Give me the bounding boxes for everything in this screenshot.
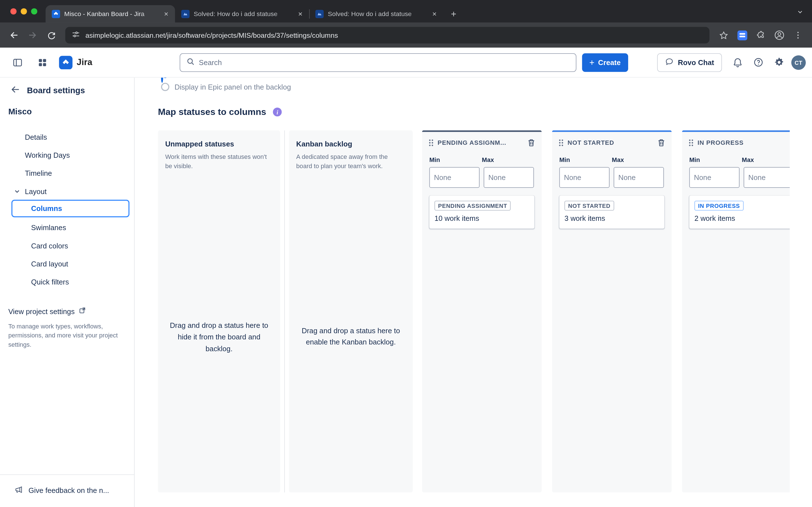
status-lozenge: IN PROGRESS — [695, 201, 744, 211]
min-input[interactable] — [429, 167, 479, 187]
tab-title: Solved: How do i add statuse — [328, 10, 426, 18]
app-switcher-icon[interactable] — [34, 54, 51, 71]
external-link-icon — [79, 307, 86, 316]
tab-community-1[interactable]: Solved: How do i add statuse ✕ — [175, 5, 309, 22]
tab-close-icon[interactable]: ✕ — [296, 9, 305, 18]
backlog-dropzone[interactable]: Drag and drop a status here to enable th… — [297, 325, 404, 348]
browser-profile-avatar[interactable] — [770, 26, 788, 44]
drag-handle-icon[interactable] — [688, 138, 693, 147]
min-input[interactable] — [559, 167, 610, 187]
browser-tabstrip: Misco - Kanban Board - Jira ✕ Solved: Ho… — [0, 0, 812, 23]
tab-title: Solved: How do i add statuse — [194, 10, 292, 18]
global-search[interactable] — [180, 53, 576, 72]
jira-favicon — [52, 10, 60, 18]
search-icon — [186, 57, 195, 68]
rovo-chat-button[interactable]: Rovo Chat — [657, 53, 722, 71]
min-input[interactable] — [689, 167, 740, 187]
max-input[interactable] — [614, 167, 664, 187]
minimize-window-button[interactable] — [20, 8, 27, 14]
chevron-down-icon — [13, 188, 21, 195]
create-button[interactable]: + Create — [582, 53, 628, 72]
status-lozenge: NOT STARTED — [564, 201, 614, 211]
tab-close-icon[interactable]: ✕ — [161, 9, 171, 18]
backlog-description: A dedicated space away from the board to… — [296, 152, 405, 171]
settings-gear-icon[interactable] — [770, 54, 787, 71]
reload-button[interactable] — [43, 26, 60, 44]
app-name: Jira — [77, 57, 93, 68]
sidebar-item-columns[interactable]: Columns — [11, 200, 130, 217]
max-input[interactable] — [484, 167, 534, 187]
new-tab-button[interactable]: + — [446, 7, 461, 21]
forward-button[interactable] — [24, 26, 41, 44]
zoom-window-button[interactable] — [31, 8, 37, 14]
max-label: Max — [612, 156, 664, 164]
browser-toolbar: asimplelogic.atlassian.net/jira/software… — [0, 23, 812, 48]
sidebar-item-card-colors[interactable]: Card colors — [0, 238, 130, 253]
bookmark-star-icon[interactable] — [715, 26, 732, 44]
epic-panel-radio-row[interactable]: Display in Epic panel on the backlog — [161, 83, 291, 91]
column-name[interactable]: NOT STARTED — [567, 139, 653, 147]
status-lozenge: PENDING ASSIGNMENT — [435, 201, 511, 211]
url-text[interactable]: asimplelogic.atlassian.net/jira/software… — [86, 31, 338, 39]
user-avatar[interactable]: CT — [792, 55, 806, 69]
sidebar-item-quick-filters[interactable]: Quick filters — [0, 275, 130, 289]
column-in-progress: IN PROGRESS Min Max IN PROGRESS 2 work i… — [682, 130, 790, 493]
tab-jira-board[interactable]: Misco - Kanban Board - Jira ✕ — [46, 5, 175, 22]
collapse-sidebar-icon[interactable] — [9, 54, 26, 71]
radio-unselected[interactable] — [161, 83, 169, 91]
jira-logo-icon — [59, 55, 72, 69]
delete-column-icon[interactable] — [657, 138, 665, 147]
max-label: Max — [742, 156, 790, 164]
status-card[interactable]: NOT STARTED 3 work items — [559, 195, 665, 229]
sidebar-title: Board settings — [27, 86, 85, 95]
drag-handle-icon[interactable] — [558, 138, 563, 147]
jira-brand[interactable]: Jira — [59, 55, 92, 69]
community-favicon — [315, 10, 324, 18]
column-name[interactable]: PENDING ASSIGNM... — [438, 139, 523, 147]
search-input[interactable] — [199, 59, 569, 67]
min-label: Min — [689, 156, 742, 164]
status-card[interactable]: IN PROGRESS 2 work items — [689, 195, 790, 229]
max-label: Max — [482, 156, 534, 164]
close-window-button[interactable] — [10, 8, 17, 14]
board-settings-sidebar: Board settings Misco Details Working Day… — [0, 78, 135, 507]
sidebar-item-card-layout[interactable]: Card layout — [0, 257, 130, 271]
column-accent-bar — [422, 130, 542, 132]
info-icon[interactable]: i — [273, 108, 282, 116]
sidebar-item-layout[interactable]: Layout — [0, 184, 130, 199]
unmapped-dropzone[interactable]: Drag and drop a status here to hide it f… — [166, 320, 272, 354]
tab-community-2[interactable]: Solved: How do i add statuse ✕ — [309, 5, 444, 22]
notifications-bell-icon[interactable] — [729, 54, 746, 71]
column-name[interactable]: IN PROGRESS — [698, 139, 790, 147]
give-feedback-button[interactable]: Give feedback on the n... — [14, 485, 109, 496]
project-name: Misco — [8, 107, 32, 116]
back-button[interactable] — [5, 26, 22, 44]
column-accent-bar — [552, 130, 672, 132]
sidebar-item-details[interactable]: Details — [0, 130, 130, 144]
max-input[interactable] — [744, 167, 790, 187]
back-arrow-icon[interactable] — [10, 84, 21, 97]
drag-handle-icon[interactable] — [428, 138, 434, 147]
status-card[interactable]: PENDING ASSIGNMENT 10 work items — [429, 195, 535, 229]
sidebar-item-swimlanes[interactable]: Swimlanes — [0, 220, 130, 235]
community-favicon — [181, 10, 190, 18]
tab-close-icon[interactable]: ✕ — [430, 9, 439, 18]
help-icon[interactable] — [750, 54, 767, 71]
min-label: Min — [429, 156, 482, 164]
megaphone-icon — [14, 485, 23, 496]
delete-column-icon[interactable] — [527, 138, 536, 147]
sidebar-item-working-days[interactable]: Working Days — [0, 148, 130, 162]
browser-menu-icon[interactable] — [789, 26, 807, 44]
unmapped-title: Unmapped statuses — [165, 140, 272, 148]
column-pending-assignment: PENDING ASSIGNM... Min Max PEND — [422, 130, 542, 493]
site-settings-icon[interactable] — [71, 30, 80, 41]
unmapped-statuses-card: Unmapped statuses Work items with these … — [158, 130, 280, 493]
sidebar-divider — [0, 474, 134, 475]
extensions-puzzle-icon[interactable] — [752, 26, 769, 44]
address-bar[interactable]: asimplelogic.atlassian.net/jira/software… — [65, 27, 709, 44]
browser-window: Misco - Kanban Board - Jira ✕ Solved: Ho… — [0, 0, 812, 507]
view-project-settings-link[interactable]: View project settings — [8, 307, 86, 316]
sidebar-item-timeline[interactable]: Timeline — [0, 166, 130, 180]
tab-search-chevron-icon[interactable] — [795, 6, 806, 17]
extension-shortcut-icon[interactable] — [733, 26, 751, 44]
